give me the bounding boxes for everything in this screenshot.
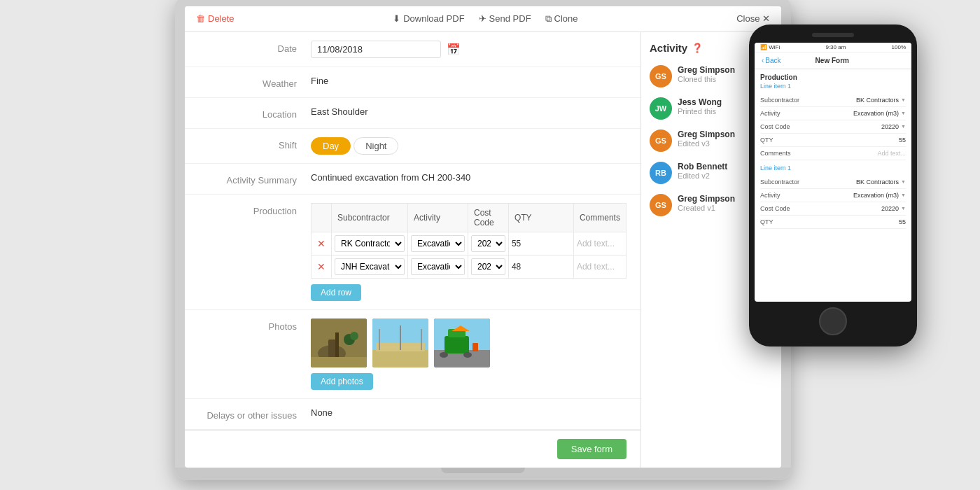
laptop-shell: 🗑 Delete ⬇ Download PDF ✈ Send PDF ⧉ — [175, 0, 791, 480]
phone-line-item-2: Line item 1 — [760, 164, 906, 172]
comment-placeholder-0: Add text... — [577, 239, 615, 248]
production-table: Subcontractor Activity Cost Code QTY Com… — [311, 203, 626, 279]
phone-nav: ‹ Back New Form — [755, 52, 911, 69]
add-row-button[interactable]: Add row — [311, 284, 361, 301]
phone-field-row: Subcontractor BK Contractors▼ — [760, 176, 906, 189]
activity-name: Greg Simpson — [678, 194, 735, 204]
phone-field-value[interactable]: 20220▼ — [881, 205, 906, 212]
phone-shell: 📶 WiFi 9:30 am 100% ‹ Back New Form Prod… — [749, 24, 917, 346]
table-header-delete — [312, 203, 332, 232]
phone-field-value[interactable]: BK Contractors▼ — [856, 178, 906, 186]
photo-3[interactable] — [434, 318, 490, 368]
svg-rect-3 — [335, 332, 339, 357]
date-input[interactable] — [311, 41, 441, 58]
cost-code-select-0[interactable]: 20220 — [471, 235, 505, 252]
activity-content: Greg Simpson Edited v3 — [678, 130, 735, 152]
phone-nav-title: New Form — [816, 57, 849, 64]
shift-toggle: Day Night — [311, 137, 626, 155]
phone-signal: 📶 WiFi — [760, 44, 780, 50]
phone-status-bar: 📶 WiFi 9:30 am 100% — [755, 43, 911, 52]
add-photos-button[interactable]: Add photos — [311, 373, 373, 390]
weather-value: Fine — [311, 76, 626, 86]
main-layout: Date 📅 Weather Fine Location — [185, 32, 781, 468]
phone-field-label: QTY — [760, 218, 774, 225]
activity-content: Jess Wong Printed this — [678, 97, 722, 120]
activity-select-1[interactable]: Excavation (m3) — [411, 258, 465, 275]
phone-field-value[interactable]: BK Contractors▼ — [856, 97, 906, 104]
laptop-screen: 🗑 Delete ⬇ Download PDF ✈ Send PDF ⧉ — [185, 6, 781, 468]
phone-speaker — [812, 33, 854, 37]
activity-name: Rob Bennett — [678, 162, 727, 172]
phone-field-row: Cost Code 20220▼ — [760, 202, 906, 216]
help-icon[interactable]: ❓ — [692, 43, 703, 53]
date-label: Date — [199, 41, 311, 54]
activity-select-0[interactable]: Excavation (m3) — [411, 235, 465, 252]
clone-button[interactable]: ⧉ Clone — [545, 13, 578, 24]
back-chevron-icon: ‹ — [762, 57, 764, 64]
toolbar: 🗑 Delete ⬇ Download PDF ✈ Send PDF ⧉ — [185, 6, 781, 32]
delays-value: None — [311, 407, 626, 418]
activity-action: Edited v3 — [678, 139, 735, 148]
photos-label: Photos — [199, 318, 311, 332]
table-header-activity: Activity — [407, 203, 468, 232]
avatar: GS — [650, 65, 672, 88]
send-pdf-button[interactable]: ✈ Send PDF — [479, 13, 531, 24]
phone-home-button[interactable] — [819, 307, 847, 335]
phone-field-label: Comments — [760, 150, 791, 157]
phone-field-label: Subcontractor — [760, 97, 799, 104]
svg-rect-8 — [372, 350, 428, 368]
svg-rect-17 — [440, 352, 448, 358]
delete-row-0-button[interactable]: ✕ — [314, 238, 328, 249]
subcontractor-select-0[interactable]: RK Contractors — [335, 235, 405, 252]
calendar-icon[interactable]: 📅 — [447, 43, 461, 56]
qty-input-0[interactable] — [512, 239, 570, 248]
dropdown-arrow-icon: ▼ — [901, 124, 906, 129]
activity-action: Cloned this — [678, 75, 735, 83]
phone-field-label: Subcontractor — [760, 178, 799, 186]
activity-summary-label: Activity Summary — [199, 172, 311, 186]
phone-field-label: Cost Code — [760, 205, 790, 212]
location-row: Location East Shoulder — [185, 98, 640, 129]
phone-field-label: Activity — [760, 110, 780, 117]
delete-button[interactable]: 🗑 Delete — [196, 13, 234, 24]
download-pdf-button[interactable]: ⬇ Download PDF — [393, 13, 464, 24]
subcontractor-select-1[interactable]: JNH Excavations — [335, 258, 405, 275]
shift-night-button[interactable]: Night — [354, 137, 398, 155]
table-header-subcontractor: Subcontractor — [332, 203, 408, 232]
table-row: ✕ RK Contractors Excavation (m3) 20220 A… — [312, 232, 626, 255]
dropdown-arrow-icon: ▼ — [901, 179, 906, 184]
shift-day-button[interactable]: Day — [311, 137, 351, 155]
phone-content: Production Line item 1 Subcontractor BK … — [755, 69, 911, 298]
qty-input-1[interactable] — [512, 262, 570, 272]
phone-field-value[interactable]: Excavation (m3)▼ — [853, 110, 906, 117]
form-area: Date 📅 Weather Fine Location — [185, 32, 641, 468]
laptop-base — [175, 468, 791, 480]
phone-back-button[interactable]: ‹ Back — [762, 57, 781, 64]
save-form-button[interactable]: Save form — [557, 439, 626, 459]
table-header-comments: Comments — [573, 203, 626, 232]
download-icon: ⬇ — [393, 13, 400, 24]
activity-name: Greg Simpson — [678, 65, 735, 75]
phone-field-value[interactable]: Excavation (m3)▼ — [853, 192, 906, 199]
location-value: East Shoulder — [311, 106, 626, 117]
photo-2[interactable] — [372, 318, 428, 368]
phone-field-value[interactable]: 20220▼ — [881, 123, 906, 130]
activity-content: Greg Simpson Created v1 — [678, 194, 735, 216]
delete-row-1-button[interactable]: ✕ — [314, 261, 328, 272]
production-row: Production Subcontractor Activity Cost C… — [185, 195, 640, 310]
activity-summary-row: Activity Summary Continued excavation fr… — [185, 164, 640, 195]
phone-fields-group-1: Subcontractor BK Contractors▼ Activity E… — [760, 94, 906, 160]
weather-label: Weather — [199, 76, 311, 89]
close-button[interactable]: Close ✕ — [736, 13, 770, 24]
avatar: GS — [650, 194, 672, 216]
activity-action: Printed this — [678, 107, 722, 115]
dropdown-arrow-icon: ▼ — [901, 206, 906, 211]
shift-label: Shift — [199, 137, 311, 150]
phone-screen: 📶 WiFi 9:30 am 100% ‹ Back New Form Prod… — [755, 43, 911, 302]
dropdown-arrow-icon: ▼ — [901, 111, 906, 115]
activity-action: Created v1 — [678, 204, 735, 212]
cost-code-select-1[interactable]: 20220 — [471, 258, 505, 275]
photo-1[interactable] — [311, 318, 367, 368]
photos-row: Photos — [185, 310, 640, 399]
table-row: ✕ JNH Excavations Excavation (m3) 20220 … — [312, 255, 626, 278]
